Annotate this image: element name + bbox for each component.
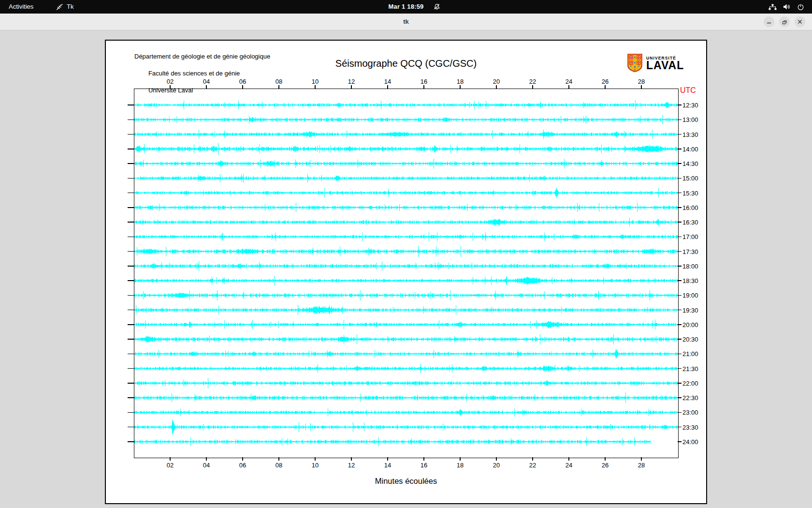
x-tick-top <box>532 85 533 89</box>
x-tick-label-bottom: 04 <box>203 462 210 469</box>
x-tick-bottom <box>278 457 279 461</box>
trace-tick-left <box>128 412 134 413</box>
x-tick-top <box>568 85 569 89</box>
utc-time-label: 18:30 <box>682 277 698 284</box>
utc-time-label: 18:00 <box>682 262 698 269</box>
trace-tick-left <box>128 427 134 428</box>
x-tick-bottom <box>532 457 533 461</box>
utc-time-label: 23:30 <box>682 423 698 431</box>
minimize-button[interactable] <box>764 16 774 27</box>
trace-tick-right <box>678 105 682 105</box>
x-tick-label-bottom: 16 <box>420 462 427 469</box>
x-tick-label-top: 28 <box>638 78 645 85</box>
trace-tick-right <box>678 134 682 135</box>
utc-time-label: 20:00 <box>682 321 698 328</box>
x-tick-label-top: 10 <box>312 78 319 85</box>
x-tick-label-bottom: 10 <box>312 462 319 469</box>
plot-frame <box>134 89 679 458</box>
utc-axis-label: UTC <box>680 86 696 95</box>
close-icon <box>798 19 802 24</box>
x-tick-label-top: 16 <box>420 78 427 85</box>
trace-tick-right <box>678 383 682 384</box>
utc-time-label: 21:00 <box>682 350 698 358</box>
x-tick-label-top: 18 <box>457 78 464 85</box>
trace-tick-right <box>678 222 682 223</box>
trace-tick-right <box>678 295 682 296</box>
window-controls <box>764 16 805 27</box>
utc-time-label: 24:00 <box>682 438 698 445</box>
trace-tick-right <box>678 412 682 413</box>
x-tick-label-top: 08 <box>276 78 282 85</box>
utc-time-label: 17:30 <box>682 248 698 255</box>
utc-time-label: 12:30 <box>682 102 698 109</box>
universite-laval-logo: UNIVERSITÉ LAVAL <box>627 54 684 72</box>
x-tick-label-bottom: 06 <box>239 462 246 469</box>
desktop: Activities Tk Mar 1 18:59 <box>0 0 812 508</box>
network-wired-icon <box>768 4 777 10</box>
trace-tick-left <box>128 310 134 311</box>
trace-tick-right <box>678 178 682 179</box>
utc-time-label: 13:00 <box>682 116 698 123</box>
x-tick-label-bottom: 18 <box>457 462 464 469</box>
x-tick-top <box>641 85 642 89</box>
x-axis-title: Minutes écoulées <box>106 477 706 486</box>
x-tick-label-top: 12 <box>348 78 355 85</box>
x-tick-bottom <box>315 457 316 461</box>
x-tick-bottom <box>170 457 171 461</box>
utc-time-label: 22:00 <box>682 379 698 387</box>
trace-tick-right <box>678 310 682 311</box>
utc-time-label: 19:00 <box>682 292 698 299</box>
x-tick-bottom <box>568 457 569 461</box>
x-tick-top <box>242 85 243 89</box>
x-tick-label-top: 22 <box>529 78 536 85</box>
trace-tick-right <box>678 354 682 355</box>
trace-tick-left <box>128 251 134 252</box>
x-tick-bottom <box>206 457 207 461</box>
x-tick-label-bottom: 02 <box>167 462 174 469</box>
x-tick-top <box>206 85 207 89</box>
trace-tick-right <box>678 397 682 398</box>
trace-tick-left <box>128 339 134 340</box>
x-tick-bottom <box>460 457 461 461</box>
x-tick-top <box>278 85 279 89</box>
trace-tick-right <box>678 280 682 281</box>
trace-tick-right <box>678 427 682 428</box>
x-tick-label-top: 02 <box>167 78 174 85</box>
x-tick-top <box>423 85 424 89</box>
restore-button[interactable] <box>779 16 790 27</box>
laval-logo-line2: LAVAL <box>646 60 684 71</box>
trace-tick-left <box>128 149 134 149</box>
trace-tick-right <box>678 324 682 325</box>
header-line-2: Faculté des sciences et de génie <box>148 70 240 77</box>
trace-tick-right <box>678 207 682 208</box>
x-tick-top <box>315 85 316 89</box>
minimize-icon <box>767 19 771 24</box>
utc-time-label: 13:30 <box>682 131 698 138</box>
x-tick-top <box>170 85 171 89</box>
trace-tick-left <box>128 207 134 208</box>
notifications-off-icon <box>434 3 440 10</box>
x-tick-label-bottom: 08 <box>276 462 282 469</box>
x-tick-label-bottom: 22 <box>529 462 536 469</box>
plot-title: Séismographe QCQ (CGC/GSC) <box>106 58 706 69</box>
utc-time-label: 14:30 <box>682 160 698 167</box>
trace-tick-right <box>678 237 682 238</box>
laval-logo-text: UNIVERSITÉ LAVAL <box>646 54 684 71</box>
x-tick-label-bottom: 14 <box>384 462 391 469</box>
utc-time-label: 15:30 <box>682 189 698 196</box>
trace-tick-left <box>128 397 134 398</box>
clock-button[interactable]: Mar 1 18:59 <box>0 0 812 14</box>
x-tick-label-bottom: 28 <box>638 462 645 469</box>
x-tick-label-bottom: 20 <box>493 462 500 469</box>
x-tick-label-top: 06 <box>239 78 246 85</box>
volume-icon <box>783 3 791 10</box>
x-tick-bottom <box>496 457 497 461</box>
close-button[interactable] <box>795 16 805 27</box>
system-status-area[interactable] <box>768 0 804 14</box>
x-tick-bottom <box>351 457 352 461</box>
x-tick-bottom <box>641 457 642 461</box>
window-titlebar[interactable]: tk <box>0 14 812 30</box>
trace-tick-left <box>128 178 134 179</box>
trace-tick-right <box>678 251 682 252</box>
utc-time-label: 16:30 <box>682 219 698 226</box>
